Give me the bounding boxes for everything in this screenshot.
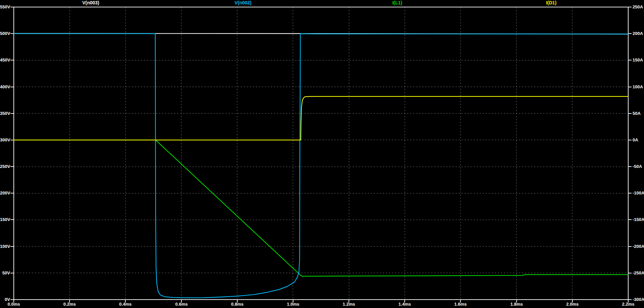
x-tick-label: 1.2ms <box>338 302 360 307</box>
plot-border <box>14 7 628 300</box>
x-tick-label: 1.6ms <box>450 302 471 307</box>
y-left-tick-label: 100V <box>0 244 10 249</box>
x-tick-label: 0.8ms <box>227 302 248 307</box>
y-left-tick-label: 400V <box>0 84 10 90</box>
trace-il1 <box>14 140 628 276</box>
x-tick-label: 1.0ms <box>282 302 304 307</box>
y-left-tick-label: 350V <box>0 111 10 116</box>
y-left-tick-label: 150V <box>0 217 10 222</box>
y-left-tick-label: 50V <box>0 270 10 276</box>
y-right-tick-label: 100A <box>633 84 644 90</box>
y-left-tick-label: 250V <box>0 164 10 169</box>
x-tick-label: 1.8ms <box>506 302 527 307</box>
y-right-tick-label: 50A <box>633 111 644 116</box>
y-right-tick-label: -250A <box>633 270 644 276</box>
trace-vn002 <box>14 34 628 298</box>
x-tick-label: 0.0ms <box>3 302 25 307</box>
y-right-tick-label: 150A <box>633 57 644 63</box>
y-left-tick-label: 200V <box>0 190 10 196</box>
y-left-tick-label: 450V <box>0 57 10 63</box>
y-right-tick-label: 250A <box>633 4 644 10</box>
y-right-tick-label: 200A <box>633 31 644 36</box>
y-right-tick-label: -200A <box>633 244 644 249</box>
x-tick-label: 0.4ms <box>115 302 136 307</box>
y-right-tick-label: 0A <box>633 137 644 143</box>
x-tick-label: 0.2ms <box>59 302 80 307</box>
trace-id1 <box>14 96 628 140</box>
y-left-tick-label: 550V <box>0 4 10 10</box>
waveform-viewer: V(n003)V(n002)I(L1)I(D1) 550V500V450V400… <box>0 0 644 308</box>
x-tick-label: 1.4ms <box>394 302 415 307</box>
x-tick-label: 0.6ms <box>171 302 192 307</box>
plot-area[interactable] <box>0 0 644 308</box>
x-tick-label: 2.2ms <box>617 302 639 307</box>
y-right-tick-label: -100A <box>633 190 644 196</box>
y-left-tick-label: 300V <box>0 137 10 143</box>
y-left-tick-label: 500V <box>0 31 10 36</box>
y-right-tick-label: -50A <box>633 164 644 169</box>
y-right-tick-label: -150A <box>633 217 644 222</box>
x-tick-label: 2.0ms <box>562 302 583 307</box>
